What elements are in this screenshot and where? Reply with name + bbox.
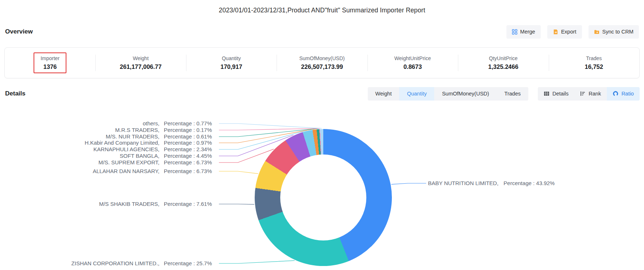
pie-label-name: M.R.S TRADERS, — [115, 127, 159, 133]
leader-line — [219, 124, 321, 128]
pie-label-percentage: Percentage : 0.17% — [164, 126, 212, 134]
rank-view-button[interactable]: Rank — [574, 87, 607, 101]
stat-value: 0.8673 — [404, 62, 422, 71]
leader-line — [219, 128, 320, 130]
pie-callout-label: BABY NUTRITION LIMITED,Percentage : 43.9… — [428, 180, 555, 187]
metric-tab-group: WeightQuantitySumOfMoney(USD)Trades — [368, 87, 528, 101]
stat-label: SumOfMoney(USD) — [299, 54, 344, 62]
stat-inner: QtyUnitPrice 1,325.2466 — [481, 52, 525, 73]
stat-cell-weightunitprice: WeightUnitPrice 0.8673 — [367, 48, 458, 78]
stat-label: Trades — [586, 54, 602, 62]
pie-callout-label: M/S SHAKIB TRADERS,Percentage : 7.61% — [58, 200, 159, 208]
export-button[interactable]: Export — [547, 25, 582, 39]
stat-label: WeightUnitPrice — [394, 54, 431, 62]
pie-callout-label: M/S. NUR TRADERS,Percentage : 0.61% — [58, 133, 159, 140]
pie-label-name: M/S SHAKIB TRADERS, — [99, 201, 159, 207]
pie-label-name: BABY NUTRITION LIMITED, — [428, 180, 498, 186]
stat-inner: Trades 16,752 — [578, 52, 610, 73]
button-label: Merge — [520, 29, 535, 35]
stat-inner: Quantity 170,917 — [213, 52, 249, 73]
overview-header-row: Overview MergeExportSync to CRM — [5, 25, 639, 39]
pie-label-name: SOFT BANGLA, — [120, 153, 159, 159]
importer-ratio-chart: BABY NUTRITION LIMITED,Percentage : 43.9… — [0, 102, 644, 270]
ratio-view-button[interactable]: Ratio — [607, 87, 640, 101]
stat-label: Quantity — [222, 54, 241, 62]
stat-inner: SumOfMoney(USD) 226,507,173.99 — [292, 52, 351, 73]
pie-label-name: M/S. NUR TRADERS, — [106, 133, 159, 140]
leader-line — [219, 171, 258, 174]
tab-sumofmoney-usd-[interactable]: SumOfMoney(USD) — [434, 87, 497, 101]
stat-value: 1376 — [43, 62, 57, 71]
button-label: Ratio — [621, 91, 634, 97]
stat-cell-weight: Weight 261,177,006.77 — [95, 48, 186, 78]
highlight-box: Importer 1376 — [34, 52, 66, 73]
pie-callout-label: ALLAHAR DAN NARSARY,Percentage : 6.73% — [58, 168, 159, 175]
stat-cell-sumofmoney-usd-: SumOfMoney(USD) 226,507,173.99 — [277, 48, 367, 78]
details-view-button[interactable]: Details — [538, 87, 574, 101]
button-label: Sync to CRM — [602, 29, 633, 35]
stat-inner: Weight 261,177,006.77 — [113, 52, 169, 73]
button-label: Rank — [589, 91, 601, 97]
button-label: Export — [561, 29, 576, 35]
details-table-icon — [544, 91, 549, 96]
pie-callout-label: SOFT BANGLA,Percentage : 4.45% — [58, 152, 159, 160]
tab-trades[interactable]: Trades — [497, 87, 528, 101]
sync-to-crm-button[interactable]: Sync to CRM — [589, 25, 639, 39]
donut-hole — [280, 154, 366, 240]
overview-stats-card: Importer 1376 Weight 261,177,006.77 Quan… — [4, 47, 640, 78]
stat-label: QtyUnitPrice — [489, 54, 518, 62]
pie-label-percentage: Percentage : 4.45% — [164, 152, 212, 160]
stat-value: 16,752 — [585, 62, 603, 71]
donut-chart[interactable] — [255, 129, 392, 266]
stat-label: Weight — [133, 54, 149, 62]
pie-label-percentage: Percentage : 6.73% — [164, 159, 212, 166]
stat-cell-importer: Importer 1376 — [5, 48, 95, 78]
view-button-group: DetailsRankRatio — [538, 87, 640, 101]
merge-icon — [512, 29, 517, 35]
details-heading: Details — [5, 90, 26, 97]
pie-callout-label: ZISHAN CORPORATION LIMITED.,Percentage :… — [58, 260, 159, 267]
pie-label-name: ZISHAN CORPORATION LIMITED., — [72, 260, 159, 266]
leader-line — [219, 261, 295, 263]
stat-cell-trades: Trades 16,752 — [549, 48, 639, 78]
stat-value: 226,507,173.99 — [301, 62, 343, 71]
pie-label-percentage: Percentage : 0.77% — [164, 120, 212, 127]
pie-callout-label: M.R.S TRADERS,Percentage : 0.17% — [58, 126, 159, 134]
pie-label-percentage: Percentage : 7.61% — [164, 200, 212, 208]
pie-callout-label: others,Percentage : 0.77% — [58, 120, 159, 127]
pie-callout-label: H.Kabir And Company Limited,Percentage :… — [58, 139, 159, 146]
pie-callout-label: KARNAPHULI AGENCIES,Percentage : 2.34% — [58, 146, 159, 153]
pie-label-name: others, — [143, 120, 159, 126]
pie-label-name: KARNAPHULI AGENCIES, — [93, 146, 159, 152]
stat-label: Importer — [41, 54, 59, 62]
details-header-row: Details WeightQuantitySumOfMoney(USD)Tra… — [5, 87, 640, 101]
pie-label-percentage: Percentage : 25.7% — [164, 260, 212, 267]
stat-inner: WeightUnitPrice 0.8673 — [387, 52, 438, 73]
export-icon — [553, 29, 558, 35]
tab-quantity[interactable]: Quantity — [399, 87, 434, 101]
overview-actions: MergeExportSync to CRM — [506, 25, 639, 39]
pie-label-name: ALLAHAR DAN NARSARY, — [93, 168, 159, 174]
pie-label-name: H.Kabir And Company Limited, — [85, 140, 159, 146]
leader-line — [392, 183, 427, 184]
pie-label-name: M/S. SUPREM EXPORT, — [99, 159, 159, 165]
stat-cell-qtyunitprice: QtyUnitPrice 1,325.2466 — [458, 48, 548, 78]
page-title: 2023/01/01-2023/12/31,Product AND"fruit"… — [0, 7, 644, 14]
stat-value: 170,917 — [220, 62, 242, 71]
leader-line — [219, 204, 254, 204]
sync-folder-icon — [594, 29, 599, 35]
pie-label-percentage: Percentage : 6.73% — [164, 168, 212, 175]
pie-label-percentage: Percentage : 43.92% — [504, 180, 555, 186]
overview-heading: Overview — [5, 28, 33, 35]
pie-label-percentage: Percentage : 2.34% — [164, 146, 212, 153]
rank-icon — [580, 91, 586, 96]
pie-callout-label: M/S. SUPREM EXPORT,Percentage : 6.73% — [58, 159, 159, 166]
stat-cell-quantity: Quantity 170,917 — [186, 48, 277, 78]
pie-label-percentage: Percentage : 0.61% — [164, 133, 212, 140]
merge-button[interactable]: Merge — [506, 25, 541, 39]
pie-label-percentage: Percentage : 0.97% — [164, 139, 212, 146]
ratio-donut-icon — [613, 91, 618, 97]
stat-value: 1,325.2466 — [488, 62, 518, 71]
button-label: Details — [552, 91, 568, 97]
tab-weight[interactable]: Weight — [368, 87, 400, 101]
